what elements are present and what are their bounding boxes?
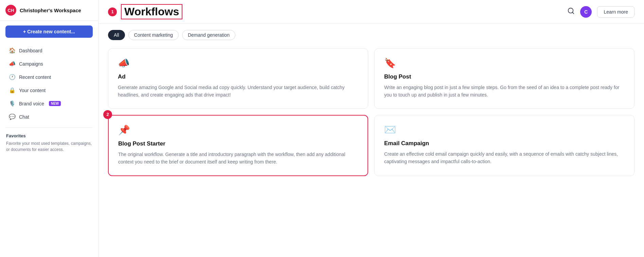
blog-post-card-title: Blog Post — [384, 73, 625, 80]
sidebar-header: CH Christopher's Workspace — [0, 0, 98, 21]
sidebar-item-chat[interactable]: 💬 Chat — [3, 110, 95, 123]
sidebar-item-campaigns-label: Campaigns — [19, 61, 43, 67]
create-new-content-button[interactable]: + Create new content... — [5, 25, 93, 38]
brand-voice-badge: NEW — [49, 101, 61, 106]
sidebar-item-your-content-label: Your content — [19, 88, 46, 93]
email-campaign-card-description: Create an effective cold email campaign … — [384, 150, 625, 166]
learn-more-button[interactable]: Learn more — [597, 6, 634, 18]
sidebar-item-recent-content-label: Recent content — [19, 74, 51, 80]
blog-post-starter-card-description: The original workflow. Generate a title … — [118, 151, 358, 166]
blog-post-card-description: Write an engaging blog post in just a fe… — [384, 84, 625, 99]
cards-grid: 📣 Ad Generate amazing Google and Social … — [99, 44, 644, 186]
page-title-row: 1 Workflows — [108, 4, 182, 19]
favorites-title: Favorites — [6, 133, 92, 138]
filters-row: All Content marketing Demand generation — [99, 24, 644, 44]
sidebar-nav: 🏠 Dashboard 📣 Campaigns 🕐 Recent content… — [0, 42, 98, 125]
campaigns-icon: 📣 — [9, 61, 16, 67]
topbar-right: C Learn more — [567, 6, 634, 18]
ad-card-title: Ad — [118, 73, 358, 80]
favorites-hint: Favorite your most used templates, campa… — [6, 140, 92, 153]
blog-post-starter-card-icon: 📌 — [118, 124, 358, 136]
brand-voice-icon: 🎙️ — [9, 100, 16, 107]
email-campaign-card-icon: ✉️ — [384, 124, 625, 135]
main-content: 1 Workflows C Learn more All Content mar… — [99, 0, 644, 257]
sidebar-item-dashboard[interactable]: 🏠 Dashboard — [3, 44, 95, 57]
search-button[interactable] — [567, 7, 575, 16]
favorites-section: Favorites Favorite your most used templa… — [0, 131, 98, 155]
workflow-card-ad[interactable]: 📣 Ad Generate amazing Google and Social … — [108, 48, 368, 109]
workflow-card-blog-post-starter[interactable]: 📌 Blog Post Starter The original workflo… — [108, 115, 368, 176]
filter-all[interactable]: All — [108, 30, 125, 40]
blog-post-card-icon: 🔖 — [384, 57, 625, 69]
workflow-card-blog-post[interactable]: 🔖 Blog Post Write an engaging blog post … — [374, 48, 634, 109]
sidebar-item-brand-voice[interactable]: 🎙️ Brand voice NEW — [3, 97, 95, 110]
sidebar: CH Christopher's Workspace + Create new … — [0, 0, 99, 257]
step-badge-1: 1 — [108, 7, 117, 16]
sidebar-item-campaigns[interactable]: 📣 Campaigns — [3, 57, 95, 70]
step-badge-2: 2 — [103, 110, 112, 119]
chat-icon: 💬 — [9, 114, 16, 120]
filter-content-marketing[interactable]: Content marketing — [128, 30, 179, 40]
blog-post-starter-wrapper: 2 📌 Blog Post Starter The original workf… — [108, 115, 368, 176]
svg-line-1 — [573, 12, 574, 14]
filter-demand-generation[interactable]: Demand generation — [182, 30, 235, 40]
sidebar-item-dashboard-label: Dashboard — [19, 48, 42, 53]
search-icon — [567, 7, 575, 15]
your-content-icon: 🔒 — [9, 87, 16, 93]
dashboard-icon: 🏠 — [9, 47, 16, 54]
user-avatar[interactable]: C — [580, 6, 592, 18]
sidebar-divider — [5, 127, 93, 128]
sidebar-item-your-content[interactable]: 🔒 Your content — [3, 84, 95, 97]
ad-card-icon: 📣 — [118, 57, 358, 69]
sidebar-item-recent-content[interactable]: 🕐 Recent content — [3, 71, 95, 83]
workspace-logo: CH — [5, 5, 16, 16]
page-title: Workflows — [121, 4, 182, 19]
main-topbar: 1 Workflows C Learn more — [99, 0, 644, 24]
workflow-card-email-campaign[interactable]: ✉️ Email Campaign Create an effective co… — [374, 115, 634, 176]
workspace-name: Christopher's Workspace — [20, 7, 81, 13]
recent-content-icon: 🕐 — [9, 74, 16, 80]
sidebar-item-chat-label: Chat — [19, 114, 29, 120]
blog-post-starter-card-title: Blog Post Starter — [118, 140, 358, 147]
email-campaign-card-title: Email Campaign — [384, 140, 625, 147]
sidebar-item-brand-voice-label: Brand voice — [19, 101, 44, 106]
ad-card-description: Generate amazing Google and Social media… — [118, 84, 358, 99]
